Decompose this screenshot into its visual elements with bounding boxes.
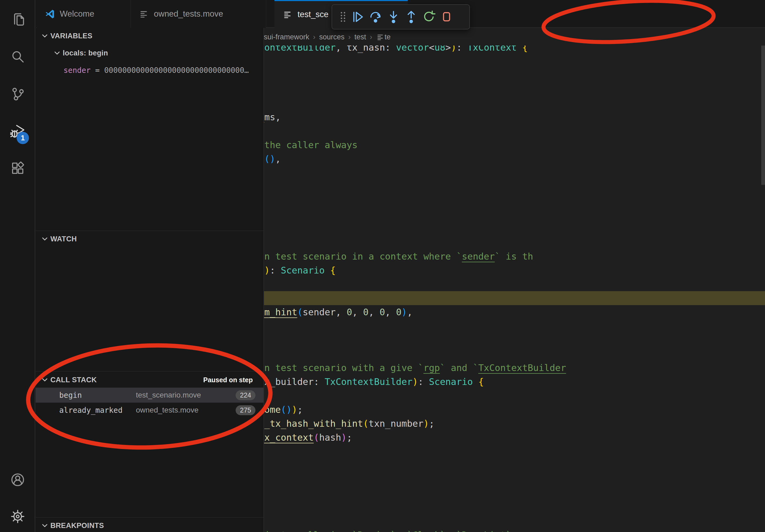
step-out-button[interactable] [402, 8, 420, 26]
section-divider [36, 517, 264, 518]
tab-welcome[interactable]: Welcome [37, 0, 131, 28]
step-out-icon [404, 10, 418, 24]
step-over-icon [369, 10, 383, 24]
source-control-icon[interactable] [10, 86, 25, 101]
frame-name: begin [59, 391, 130, 400]
frame-name: already_marked [59, 406, 130, 415]
tab-label: Welcome [60, 9, 94, 19]
restart-icon [422, 10, 436, 24]
section-divider [36, 371, 264, 372]
call-stack-frame-begin[interactable]: begintest_scenario.move224 [36, 388, 264, 402]
call-stack-frame-already_marked[interactable]: already_markedowned_tests.move275 [36, 402, 264, 417]
frame-line-badge: 224 [236, 390, 256, 400]
tab-owned-tests-move[interactable]: owned_tests.move [131, 0, 266, 28]
chevron-down-icon [53, 49, 62, 58]
account-icon[interactable] [10, 472, 25, 487]
breadcrumb-item[interactable]: test [355, 33, 366, 41]
extensions-icon[interactable] [10, 161, 25, 176]
file-lines-icon [283, 9, 293, 20]
breakpoints-section-header[interactable]: BREAKPOINTS [36, 519, 264, 532]
variables-section-header[interactable]: VARIABLES [36, 29, 264, 43]
debug-toolbar [332, 4, 470, 30]
drag-grip-icon [337, 10, 349, 24]
step-into-button[interactable] [384, 8, 402, 26]
tab-label: test_sce [298, 10, 328, 19]
stop-icon [439, 10, 453, 24]
frame-line-badge: 275 [236, 405, 256, 415]
editor-scrollbar[interactable] [761, 46, 765, 185]
chevron-down-icon [40, 375, 49, 385]
variable-name: sender [64, 66, 91, 75]
breadcrumb-separator: › [370, 33, 372, 41]
section-divider [36, 231, 264, 231]
frame-file: owned_tests.move [136, 406, 198, 414]
file-lines-icon [139, 9, 149, 19]
search-icon[interactable] [10, 49, 25, 64]
chevron-down-icon [40, 31, 49, 40]
settings-gear-icon[interactable] [10, 509, 25, 524]
debug-count-badge: 1 [17, 132, 29, 144]
chevron-down-icon [40, 521, 49, 530]
breadcrumb-separator: › [313, 33, 316, 41]
breadcrumb-item[interactable]: sources [319, 33, 345, 41]
vscode-logo-icon [45, 9, 55, 19]
frame-file: test_scenario.move [136, 391, 201, 399]
step-into-icon [386, 10, 400, 24]
watch-section-label: WATCH [50, 235, 77, 243]
continue-icon [351, 10, 365, 24]
variable-value: 0000000000000000000000000000000… [104, 66, 249, 75]
variables-scope-row[interactable]: locals: begin [36, 46, 264, 60]
run-and-debug-panel: RUN AND DEBUG No Configura ⋯ VARIABLES l… [36, 0, 264, 532]
step-over-button[interactable] [367, 8, 384, 26]
variable-row[interactable]: sender = 0000000000000000000000000000000… [36, 63, 264, 77]
scope-label: locals: begin [63, 49, 108, 57]
variables-section-label: VARIABLES [50, 32, 93, 40]
drag-handle[interactable] [337, 9, 349, 25]
breadcrumb-item-file[interactable]: te [376, 33, 391, 41]
continue-button[interactable] [349, 8, 367, 26]
breadcrumb-separator: › [348, 33, 351, 41]
call-stack-section-header[interactable]: CALL STACK Paused on step [36, 373, 264, 387]
equals-sign: = [95, 66, 100, 75]
file-lines-icon [376, 33, 384, 41]
activity-bar: 1 [0, 0, 35, 532]
restart-button[interactable] [420, 8, 438, 26]
vscode-window: 1 RUN AND DEBUG No Configura ⋯ VARIABLES… [0, 0, 765, 532]
chevron-down-icon [40, 234, 49, 243]
watch-section-header[interactable]: WATCH [36, 232, 264, 246]
tab-label: owned_tests.move [154, 9, 223, 19]
call-stack-section-label: CALL STACK [50, 376, 97, 384]
paused-status-text: Paused on step [203, 376, 253, 384]
files-icon[interactable] [10, 12, 25, 27]
breakpoints-section-label: BREAKPOINTS [50, 522, 104, 530]
stop-button[interactable] [438, 8, 455, 26]
breadcrumb-item[interactable]: sui-framework [264, 33, 309, 41]
